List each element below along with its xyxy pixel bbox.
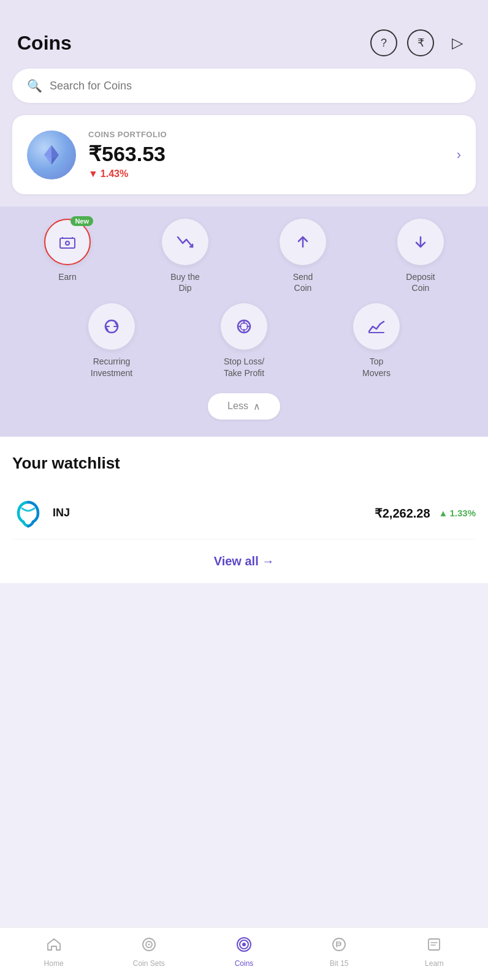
earn-icon: [58, 232, 77, 252]
up-triangle-icon: ▲: [439, 508, 448, 518]
action-top-movers[interactable]: TopMovers: [314, 303, 439, 378]
svg-point-25: [333, 938, 345, 951]
view-all-section: View all →: [0, 540, 488, 583]
deposit-coin-circle: [397, 219, 444, 265]
action-stop-loss[interactable]: Stop Loss/Take Profit: [181, 303, 307, 378]
nav-coin-sets-label: Coin Sets: [133, 959, 165, 968]
inj-price: ₹2,262.28: [375, 506, 430, 521]
watchlist-item[interactable]: INJ ₹2,262.28 ▲ 1.33%: [12, 488, 476, 540]
less-label: Less: [227, 401, 248, 412]
recurring-icon: [102, 317, 121, 336]
nav-coin-sets[interactable]: Coin Sets: [101, 937, 196, 968]
page-title: Coins: [17, 32, 72, 55]
watchlist-title: Your watchlist: [12, 454, 476, 473]
action-send-coin[interactable]: SendCoin: [248, 219, 358, 293]
coins-icon: [236, 937, 252, 956]
send-coin-circle: [280, 219, 326, 265]
nav-coins[interactable]: Coins: [196, 937, 291, 968]
nav-bit15[interactable]: Bit 15: [292, 937, 387, 968]
portfolio-detail-button[interactable]: ›: [457, 147, 461, 163]
svg-marker-4: [51, 145, 59, 159]
actions-row2: RecurringInvestment Stop Loss/Take Profi…: [12, 303, 476, 378]
home-icon: [46, 937, 62, 956]
svg-marker-3: [44, 145, 51, 159]
bottom-spacer: [0, 583, 488, 595]
inj-price-section: ₹2,262.28 ▲ 1.33%: [375, 506, 476, 521]
svg-point-24: [242, 943, 246, 946]
rupee-button[interactable]: ₹: [407, 29, 434, 56]
new-badge: New: [71, 216, 93, 226]
action-buy-dip[interactable]: Buy theDip: [130, 219, 240, 293]
stop-loss-icon: [234, 317, 254, 336]
deposit-coin-icon: [411, 232, 430, 252]
search-section: 🔍: [0, 69, 488, 115]
portfolio-card: COINS PORTFOLIO ₹563.53 ▼ 1.43% ›: [12, 115, 476, 194]
bottom-nav: Home Coin Sets Coins: [0, 927, 488, 980]
search-bar: 🔍: [12, 69, 476, 103]
nav-bit15-label: Bit 15: [330, 959, 349, 968]
down-arrow-icon: ▼: [88, 168, 98, 179]
actions-section: New Earn Buy theDip: [0, 206, 488, 437]
inj-change: ▲ 1.33%: [439, 508, 476, 518]
portfolio-section: COINS PORTFOLIO ₹563.53 ▼ 1.43% ›: [0, 115, 488, 206]
send-coin-label: SendCoin: [293, 271, 313, 293]
nav-learn[interactable]: Learn: [387, 937, 482, 968]
nav-coins-label: Coins: [235, 959, 254, 968]
recurring-label: RecurringInvestment: [91, 356, 132, 378]
bit15-icon: [331, 937, 347, 956]
action-recurring[interactable]: RecurringInvestment: [49, 303, 174, 378]
coin-sets-icon: [141, 937, 157, 956]
search-icon: 🔍: [27, 78, 42, 93]
portfolio-label: COINS PORTFOLIO: [88, 130, 461, 139]
play-button[interactable]: ▷: [444, 29, 471, 56]
inj-icon: [12, 497, 44, 529]
inj-name: INJ: [53, 507, 70, 519]
portfolio-info: COINS PORTFOLIO ₹563.53 ▼ 1.43%: [88, 130, 461, 179]
svg-rect-5: [60, 238, 75, 248]
stop-loss-circle: [221, 303, 267, 350]
learn-icon: [426, 937, 442, 956]
view-all-button[interactable]: View all →: [214, 554, 275, 568]
earn-circle: New: [44, 219, 91, 265]
top-movers-icon: [367, 317, 386, 336]
help-button[interactable]: ?: [370, 29, 397, 56]
nav-home-label: Home: [44, 959, 64, 968]
portfolio-change: ▼ 1.43%: [88, 168, 461, 179]
recurring-circle: [88, 303, 135, 350]
buy-dip-icon: [175, 232, 195, 252]
send-coin-icon: [293, 232, 313, 252]
svg-rect-28: [429, 939, 440, 950]
svg-point-21: [148, 944, 150, 946]
watchlist-section: Your watchlist INJ ₹2,262.28 ▲ 1.33%: [0, 437, 488, 540]
eth-icon: [39, 143, 64, 167]
chevron-up-icon: ∧: [253, 401, 261, 412]
header: Coins ? ₹ ▷: [0, 0, 488, 69]
search-input[interactable]: [50, 80, 461, 92]
less-button[interactable]: Less ∧: [208, 393, 280, 420]
top-movers-label: TopMovers: [362, 356, 391, 378]
portfolio-value: ₹563.53: [88, 141, 461, 166]
svg-point-6: [66, 241, 69, 245]
header-icons: ? ₹ ▷: [370, 29, 471, 56]
action-earn[interactable]: New Earn: [12, 219, 123, 293]
nav-home[interactable]: Home: [6, 937, 101, 968]
buy-dip-label: Buy theDip: [170, 271, 199, 293]
earn-label: Earn: [58, 271, 77, 282]
portfolio-coin-image: [27, 130, 76, 179]
actions-row1: New Earn Buy theDip: [12, 219, 476, 293]
inj-logo: [12, 497, 44, 529]
action-deposit-coin[interactable]: DepositCoin: [365, 219, 476, 293]
nav-learn-label: Learn: [425, 959, 444, 968]
less-section: Less ∧: [12, 393, 476, 424]
stop-loss-label: Stop Loss/Take Profit: [224, 356, 264, 378]
top-movers-circle: [353, 303, 400, 350]
buy-dip-circle: [162, 219, 208, 265]
deposit-coin-label: DepositCoin: [406, 271, 435, 293]
